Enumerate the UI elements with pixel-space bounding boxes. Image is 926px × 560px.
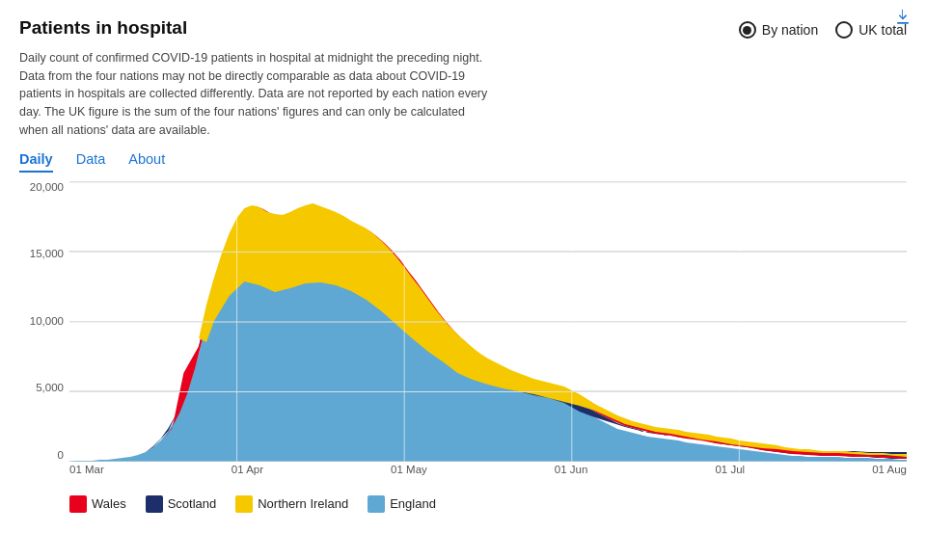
northern-ireland-label: Northern Ireland xyxy=(258,496,348,511)
y-axis: 0 5,000 10,000 15,000 20,000 xyxy=(19,182,69,462)
x-label-jul: 01 Jul xyxy=(715,464,745,475)
northern-ireland-swatch xyxy=(235,495,253,513)
scotland-swatch xyxy=(146,495,163,513)
radio-by-nation[interactable]: By nation xyxy=(739,21,818,39)
wales-label: Wales xyxy=(92,496,126,511)
radio-group: By nation UK total xyxy=(739,21,907,39)
legend-england: England xyxy=(368,495,436,513)
radio-by-nation-label: By nation xyxy=(762,22,818,38)
page-title: Patients in hospital xyxy=(19,17,187,40)
legend: Wales Scotland Northern Ireland England xyxy=(19,491,436,518)
main-container: Patients in hospital By nation UK total … xyxy=(0,0,926,560)
download-icon[interactable] xyxy=(893,8,912,32)
england-label: England xyxy=(390,496,436,511)
y-label-5k: 5,000 xyxy=(19,383,69,394)
england-swatch xyxy=(368,495,385,513)
chart-area: 0 5,000 10,000 15,000 20,000 xyxy=(19,182,907,518)
y-label-15k: 15,000 xyxy=(19,249,69,260)
chart-inner xyxy=(69,182,907,462)
x-label-may: 01 May xyxy=(391,464,427,475)
y-label-20k: 20,000 xyxy=(19,182,69,194)
tab-about[interactable]: About xyxy=(128,151,165,173)
scotland-label: Scotland xyxy=(168,496,217,511)
legend-wales: Wales xyxy=(69,495,126,513)
chart-svg xyxy=(69,182,907,462)
x-label-apr: 01 Apr xyxy=(232,464,263,475)
x-label-jun: 01 Jun xyxy=(555,464,588,475)
x-axis: 01 Mar 01 Apr 01 May 01 Jun 01 Jul 01 Au… xyxy=(69,464,907,475)
y-label-10k: 10,000 xyxy=(19,316,69,328)
tab-data[interactable]: Data xyxy=(76,151,106,173)
radio-circle-nation xyxy=(739,21,756,39)
wales-swatch xyxy=(69,495,87,513)
x-label-mar: 01 Mar xyxy=(69,464,104,475)
legend-northern-ireland: Northern Ireland xyxy=(235,495,348,513)
x-label-aug: 01 Aug xyxy=(872,464,907,475)
radio-circle-uk xyxy=(835,21,853,39)
description-text: Daily count of confirmed COVID-19 patien… xyxy=(19,49,492,140)
header-row: Patients in hospital By nation UK total xyxy=(19,17,907,40)
y-label-0: 0 xyxy=(19,450,69,462)
legend-scotland: Scotland xyxy=(146,495,217,513)
tab-bar: Daily Data About xyxy=(19,151,907,173)
tab-daily[interactable]: Daily xyxy=(19,151,53,173)
